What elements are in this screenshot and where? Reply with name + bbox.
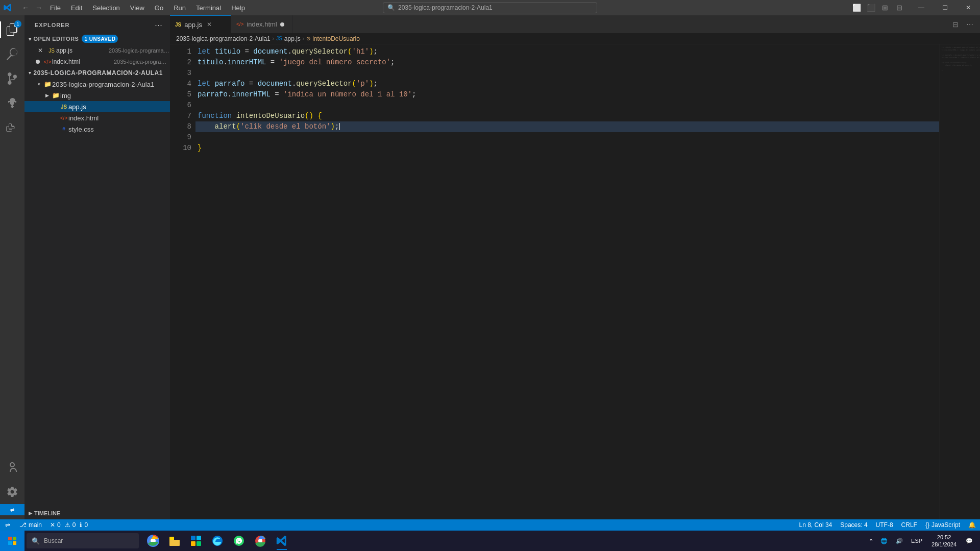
menu-selection[interactable]: Selection	[87, 0, 125, 15]
network-icon: 🌐	[880, 538, 888, 544]
maximize-button[interactable]: ☐	[933, 0, 957, 15]
minimize-button[interactable]: —	[910, 0, 933, 15]
layout-editor-btn[interactable]: ⊞	[879, 2, 891, 14]
status-branch[interactable]: ⎇ main	[15, 519, 46, 531]
taskbar-store[interactable]	[186, 531, 206, 551]
taskbar-search[interactable]: 🔍 Buscar	[27, 533, 139, 548]
bell-icon: 🔔	[968, 521, 976, 529]
start-button[interactable]	[0, 531, 24, 551]
tab-appjs-close[interactable]: ✕	[205, 20, 213, 29]
menu-edit[interactable]: Edit	[66, 0, 87, 15]
code-line-10: }	[195, 143, 939, 154]
svg-rect-11	[197, 541, 201, 546]
tree-item-img[interactable]: ▶ 📁 img	[24, 90, 170, 101]
line-numbers: 1 2 3 4 5 6 7 8 9 10	[170, 44, 195, 519]
tree-item-appjs[interactable]: ▶ JS app.js	[24, 101, 170, 112]
svg-point-14	[258, 539, 262, 543]
tab-appjs[interactable]: JS app.js ✕	[170, 15, 231, 33]
menu-terminal[interactable]: Terminal	[191, 0, 226, 15]
clock-date: 28/1/2024	[932, 541, 957, 548]
taskbar-volume[interactable]: 🔊	[893, 531, 906, 551]
close-appjs-icon[interactable]: ✕	[36, 46, 45, 55]
code-editor[interactable]: 1 2 3 4 5 6 7 8 9 10 let titulo = docume…	[170, 44, 980, 519]
status-language[interactable]: {} JavaScript	[921, 519, 964, 531]
remote-indicator[interactable]: ⇌	[0, 504, 24, 515]
dot-modified-icon	[36, 60, 40, 64]
layout-panel-btn[interactable]: ⬛	[865, 2, 877, 14]
tab-indexhtml[interactable]: </> index.html	[231, 15, 292, 33]
status-spaces[interactable]: Spaces: 4	[836, 519, 871, 531]
breadcrumb-sep1: ›	[273, 36, 274, 41]
taskbar-edge-dev[interactable]	[207, 531, 228, 551]
error-count: 0	[57, 521, 61, 529]
root-folder[interactable]: ▾ 2035-LOGICA-PROGRAMACION-2-AULA1	[24, 67, 170, 79]
tree-item-stylecss[interactable]: ▶ # style.css	[24, 123, 170, 135]
status-remote[interactable]: ⇌	[0, 519, 15, 531]
open-file-indexhtml[interactable]: </> index.html 2035-logica-program...	[24, 56, 170, 67]
taskbar-chrome[interactable]	[143, 531, 163, 551]
activity-account[interactable]	[0, 455, 24, 480]
activity-debug[interactable]	[0, 91, 24, 115]
new-file-button[interactable]: ⋯	[153, 19, 164, 31]
code-line-1: let titulo = document.querySelector('h1'…	[195, 46, 939, 57]
taskbar-notification[interactable]: 💬	[963, 531, 976, 551]
info-icon: ℹ	[80, 521, 82, 529]
nav-back-button[interactable]: ←	[19, 2, 32, 14]
activity-search[interactable]	[0, 42, 24, 66]
img-folder-name: img	[60, 92, 71, 99]
code-content[interactable]: let titulo = document.querySelector('h1'…	[195, 44, 939, 519]
menu-file[interactable]: File	[45, 0, 66, 15]
breadcrumb-root[interactable]: 2035-logica-programacion-2-Aula1	[176, 35, 271, 42]
taskbar-clock[interactable]: 20:52 28/1/2024	[927, 534, 961, 548]
language-icon: {}	[925, 521, 929, 529]
activity-source-control[interactable]	[0, 66, 24, 91]
svg-rect-9	[197, 536, 201, 540]
appjs-icon: JS	[59, 102, 68, 111]
status-line-ending[interactable]: CRLF	[897, 519, 921, 531]
layout-sidebar-btn[interactable]: ⬜	[850, 2, 863, 14]
taskbar-tray[interactable]: ^	[867, 531, 875, 551]
menu-run[interactable]: Run	[168, 0, 191, 15]
activity-bar: 1 ⇌	[0, 15, 24, 519]
menu-view[interactable]: View	[125, 0, 150, 15]
open-file-appjs-path: 2035-logica-programacion...	[109, 47, 170, 54]
source-control-badge: 1	[14, 20, 21, 28]
svg-rect-10	[191, 541, 195, 546]
open-file-indexhtml-path: 2035-logica-program...	[114, 59, 170, 65]
layout-custom-btn[interactable]: ⊟	[893, 2, 905, 14]
taskbar-network[interactable]: 🌐	[877, 531, 891, 551]
activity-settings[interactable]	[0, 480, 24, 504]
taskbar-chrome-alt[interactable]	[250, 531, 271, 551]
nav-forward-button[interactable]: →	[33, 2, 45, 14]
tree-item-aula1[interactable]: ▾ 📁 2035-logica-programacion-2-Aula1	[24, 79, 170, 90]
split-editor-button[interactable]: ⊟	[949, 18, 962, 31]
taskbar-lang[interactable]: ESP	[908, 531, 925, 551]
timeline-label: TIMELINE	[34, 510, 60, 516]
menu-help[interactable]: Help	[226, 0, 250, 15]
taskbar-whatsapp[interactable]	[229, 531, 249, 551]
status-position[interactable]: Ln 8, Col 34	[795, 519, 837, 531]
status-notifications[interactable]: 🔔	[964, 519, 980, 531]
more-actions-button[interactable]: ⋯	[964, 18, 976, 31]
titlebar-search[interactable]: 🔍 2035-logica-programacion-2-Aula1	[383, 2, 597, 13]
tree-item-indexhtml[interactable]: ▶ </> index.html	[24, 112, 170, 123]
menu-bar: File Edit Selection View Go Run Terminal…	[45, 0, 250, 15]
language-text: JavaScript	[932, 521, 960, 529]
taskbar-explorer[interactable]	[164, 531, 185, 551]
open-file-appjs[interactable]: ✕ JS app.js 2035-logica-programacion...	[24, 45, 170, 56]
status-encoding[interactable]: UTF-8	[872, 519, 897, 531]
sidebar-bottom: ▶ TIMELINE	[24, 507, 170, 519]
breadcrumb-appjs[interactable]: app.js	[284, 35, 301, 42]
status-errors[interactable]: ✕ 0 ⚠ 0 ℹ 0	[46, 519, 92, 531]
activity-extensions[interactable]	[0, 115, 24, 140]
breadcrumb-function[interactable]: intentoDeUsuario	[312, 35, 360, 42]
timeline-section[interactable]: ▶ TIMELINE	[24, 507, 170, 519]
taskbar-vscode[interactable]	[272, 531, 292, 551]
taskbar-search-icon: 🔍	[32, 537, 40, 545]
tab-indexhtml-modified	[280, 22, 284, 27]
tab-appjs-name: app.js	[184, 21, 202, 29]
menu-go[interactable]: Go	[150, 0, 168, 15]
activity-explorer[interactable]: 1	[0, 17, 24, 42]
open-editors-header[interactable]: ▾ OPEN EDITORS 1 unsaved	[24, 33, 170, 45]
close-button[interactable]: ✕	[957, 0, 980, 15]
